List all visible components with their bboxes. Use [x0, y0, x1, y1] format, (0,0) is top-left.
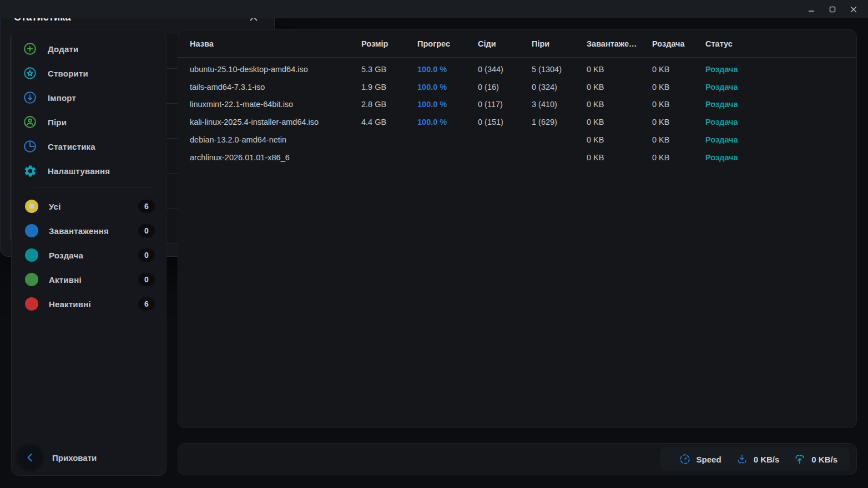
- filter-item-seeding[interactable]: Роздача 0: [12, 243, 166, 267]
- filter-label: Завантаження: [49, 226, 109, 236]
- cell-status: Роздача: [705, 118, 856, 126]
- pie-chart-icon: [23, 139, 37, 154]
- cell-uploaded: 0 KB: [652, 153, 705, 162]
- col-header-status[interactable]: Статус: [705, 39, 856, 48]
- table-row[interactable]: linuxmint-22.1-mate-64bit.iso 2.8 GB 100…: [178, 96, 856, 114]
- upload-speed: 0 KB/s: [794, 453, 837, 465]
- cell-seeds: 0 (117): [478, 100, 532, 109]
- cell-peers: 5 (1304): [532, 65, 587, 74]
- cell-uploaded: 0 KB: [652, 118, 705, 126]
- table-row[interactable]: tails-amd64-7.3.1-iso 1.9 GB 100.0 % 0 (…: [178, 78, 856, 96]
- col-header-name[interactable]: Назва: [190, 39, 361, 48]
- sidebar-item-label: Статистика: [48, 142, 95, 151]
- cell-uploaded: 0 KB: [652, 83, 705, 92]
- cell-name: tails-amd64-7.3.1-iso: [190, 83, 361, 92]
- filter-label: Усі: [49, 202, 61, 211]
- statusbar: Speed 0 KB/s 0 KB/s: [178, 443, 857, 475]
- cell-name: archlinux-2026.01.01-x86_6: [190, 153, 361, 162]
- filter-item-downloading[interactable]: Завантаження 0: [12, 218, 166, 243]
- cell-status: Роздача: [705, 153, 856, 162]
- upload-speed-value: 0 KB/s: [811, 455, 837, 464]
- sidebar-item-import[interactable]: Імпорт: [12, 85, 166, 110]
- cell-name: linuxmint-22.1-mate-64bit.iso: [190, 100, 361, 109]
- speed-group: Speed 0 KB/s 0 KB/s: [660, 447, 850, 471]
- cell-seeds: 0 (16): [478, 83, 532, 92]
- torrent-table-panel: Назва Розмір Прогрес Сіди Піри Завантаже…: [178, 29, 857, 428]
- table-body: ubuntu-25.10-desktop-amd64.iso 5.3 GB 10…: [178, 58, 856, 166]
- col-header-size[interactable]: Розмір: [361, 39, 417, 48]
- sidebar-item-add[interactable]: Додати: [12, 37, 166, 61]
- filter-dot-red-icon: [25, 297, 38, 311]
- col-header-uploaded[interactable]: Роздача: [652, 39, 705, 48]
- cell-progress: 100.0 %: [417, 100, 478, 109]
- collapse-sidebar-button[interactable]: Приховати: [12, 442, 166, 473]
- download-speed-value: 0 KB/s: [754, 455, 780, 464]
- cell-downloaded: 0 KB: [587, 65, 652, 74]
- cell-downloaded: 0 KB: [587, 83, 652, 92]
- col-header-peers[interactable]: Піри: [532, 39, 587, 48]
- cell-peers: 0 (324): [532, 83, 587, 92]
- sidebar-item-statistics[interactable]: Статистика: [12, 134, 166, 159]
- cell-uploaded: 0 KB: [652, 65, 705, 74]
- sidebar-item-label: Налаштування: [48, 166, 110, 176]
- cell-downloaded: 0 KB: [587, 100, 652, 109]
- minimize-icon[interactable]: [805, 3, 818, 16]
- chevron-left-icon: [15, 443, 45, 472]
- sidebar-item-peers[interactable]: Піри: [12, 110, 166, 134]
- close-icon[interactable]: [847, 3, 860, 16]
- cell-size: 4.4 GB: [361, 118, 417, 126]
- filter-count-badge: 6: [138, 297, 155, 311]
- sidebar-filters: Усі 6 Завантаження 0 Роздача 0 Активні 0…: [12, 187, 166, 316]
- cell-downloaded: 0 KB: [587, 118, 652, 126]
- filter-count-badge: 0: [138, 224, 155, 237]
- arrow-down-circle-icon: [23, 90, 37, 105]
- filter-dot-blue-icon: [25, 224, 38, 237]
- table-row[interactable]: ubuntu-25.10-desktop-amd64.iso 5.3 GB 10…: [178, 60, 856, 78]
- star-circle-icon: [23, 66, 37, 80]
- cell-name: debian-13.2.0-amd64-netin: [190, 135, 361, 144]
- sidebar-nav: Додати Створити Імпорт Піри Статистика: [12, 29, 166, 183]
- speed-label: Speed: [697, 455, 721, 464]
- filter-dot-green-icon: [25, 273, 38, 286]
- gear-icon: [23, 164, 37, 178]
- cell-downloaded: 0 KB: [587, 153, 652, 162]
- cell-uploaded: 0 KB: [652, 100, 705, 109]
- sidebar-item-label: Імпорт: [48, 93, 76, 103]
- sidebar-item-settings[interactable]: Налаштування: [12, 159, 166, 183]
- sidebar-item-label: Додати: [48, 44, 78, 54]
- filter-label: Роздача: [49, 251, 83, 260]
- filter-label: Активні: [49, 275, 82, 284]
- cell-status: Роздача: [705, 83, 856, 92]
- collapse-label: Приховати: [52, 453, 97, 462]
- cell-size: 5.3 GB: [361, 65, 417, 74]
- upload-speed-icon: [794, 453, 806, 465]
- filter-dot-yellow-icon: [25, 200, 38, 213]
- filter-label: Неактивні: [49, 299, 91, 309]
- table-header: Назва Розмір Прогрес Сіди Піри Завантаже…: [178, 30, 856, 58]
- filter-item-all[interactable]: Усі 6: [12, 194, 166, 218]
- cell-name: kali-linux-2025.4-installer-amd64.iso: [190, 118, 361, 126]
- table-row[interactable]: kali-linux-2025.4-installer-amd64.iso 4.…: [178, 113, 856, 131]
- sidebar-item-label: Створити: [48, 69, 88, 78]
- cell-progress: 100.0 %: [417, 83, 478, 92]
- download-speed-icon: [736, 453, 748, 465]
- speed-toggle[interactable]: Speed: [679, 453, 721, 465]
- sidebar-item-create[interactable]: Створити: [12, 61, 166, 85]
- titlebar: [0, 0, 868, 18]
- maximize-icon[interactable]: [826, 3, 839, 16]
- cell-peers: 3 (410): [532, 100, 587, 109]
- cell-seeds: 0 (151): [478, 118, 532, 126]
- cell-downloaded: 0 KB: [587, 135, 652, 144]
- sidebar-item-label: Піри: [48, 118, 67, 127]
- col-header-seeds[interactable]: Сіди: [478, 39, 532, 48]
- cell-status: Роздача: [705, 135, 856, 144]
- col-header-downloaded[interactable]: Завантаже…: [587, 39, 652, 48]
- user-circle-icon: [23, 115, 37, 129]
- cell-seeds: 0 (344): [478, 65, 532, 74]
- table-row[interactable]: debian-13.2.0-amd64-netin 0 KB 0 KB Розд…: [178, 131, 856, 149]
- cell-name: ubuntu-25.10-desktop-amd64.iso: [190, 65, 361, 74]
- col-header-progress[interactable]: Прогрес: [417, 39, 478, 48]
- filter-item-active[interactable]: Активні 0: [12, 267, 166, 292]
- filter-item-inactive[interactable]: Неактивні 6: [12, 292, 166, 316]
- table-row[interactable]: archlinux-2026.01.01-x86_6 0 KB 0 KB Роз…: [178, 149, 856, 166]
